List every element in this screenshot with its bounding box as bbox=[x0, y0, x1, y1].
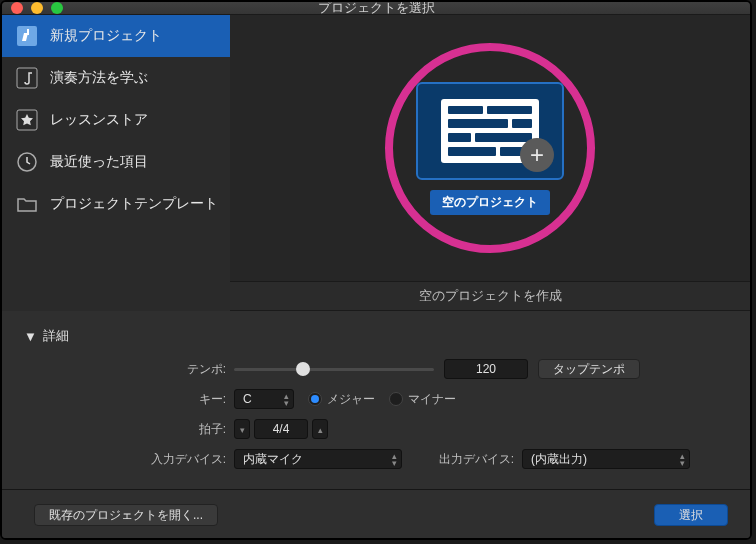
minimize-icon[interactable] bbox=[31, 2, 43, 14]
folder-icon bbox=[16, 193, 38, 215]
open-existing-button[interactable]: 既存のプロジェクトを開く... bbox=[34, 504, 218, 526]
details-panel: ▼ 詳細 テンポ: 120 タップテンポ キー: C▴▾ メジャー マイナー bbox=[2, 311, 750, 489]
traffic-lights bbox=[11, 2, 63, 14]
triangle-down-icon: ▼ bbox=[24, 329, 37, 344]
star-icon bbox=[16, 109, 38, 131]
tempo-slider[interactable] bbox=[234, 361, 434, 377]
sidebar-item-label: 新規プロジェクト bbox=[50, 27, 162, 45]
titlebar: プロジェクトを選択 bbox=[2, 2, 750, 15]
output-device-select[interactable]: (内蔵出力)▴▾ bbox=[522, 449, 690, 469]
row-key: キー: C▴▾ メジャー マイナー bbox=[24, 389, 728, 409]
clock-icon bbox=[16, 151, 38, 173]
upper-pane: 新規プロジェクト 演奏方法を学ぶ レッスンストア bbox=[2, 15, 750, 311]
guitar-icon bbox=[16, 25, 38, 47]
sidebar-item-label: プロジェクトテンプレート bbox=[50, 195, 218, 213]
footer: 既存のプロジェクトを開く... 選択 bbox=[2, 489, 750, 539]
main-pane: + 空のプロジェクト 空のプロジェクトを作成 bbox=[230, 15, 750, 311]
template-label: 空のプロジェクト bbox=[430, 190, 550, 215]
stepper-icon: ▴▾ bbox=[680, 453, 685, 467]
template-canvas: + 空のプロジェクト bbox=[230, 15, 750, 281]
empty-project-template[interactable]: + bbox=[416, 82, 564, 180]
plus-icon: + bbox=[520, 138, 554, 172]
sidebar-item-label: 演奏方法を学ぶ bbox=[50, 69, 148, 87]
timesig-label: 拍子: bbox=[24, 421, 234, 438]
tempo-value[interactable]: 120 bbox=[444, 359, 528, 379]
major-radio[interactable] bbox=[308, 392, 322, 406]
timesig-up[interactable]: ▴ bbox=[312, 419, 328, 439]
sidebar-item-new-project[interactable]: 新規プロジェクト bbox=[2, 15, 230, 57]
sidebar-item-label: 最近使った項目 bbox=[50, 153, 148, 171]
row-devices: 入力デバイス: 内蔵マイク▴▾ 出力デバイス: (内蔵出力)▴▾ bbox=[24, 449, 728, 469]
timesig-down[interactable]: ▾ bbox=[234, 419, 250, 439]
timesig-value[interactable]: 4/4 bbox=[254, 419, 308, 439]
chevron-down-icon: ▾ bbox=[240, 425, 245, 435]
svg-rect-1 bbox=[27, 29, 29, 35]
sidebar: 新規プロジェクト 演奏方法を学ぶ レッスンストア bbox=[2, 15, 230, 311]
sidebar-item-learn[interactable]: 演奏方法を学ぶ bbox=[2, 57, 230, 99]
template-description: 空のプロジェクトを作成 bbox=[230, 281, 750, 311]
minor-label: マイナー bbox=[408, 391, 456, 408]
details-disclosure[interactable]: ▼ 詳細 bbox=[24, 327, 728, 345]
dialog-window: プロジェクトを選択 新規プロジェクト 演奏方法を学ぶ bbox=[0, 0, 752, 540]
sidebar-item-templates[interactable]: プロジェクトテンプレート bbox=[2, 183, 230, 225]
highlight-ring: + 空のプロジェクト bbox=[385, 43, 595, 253]
tap-tempo-button[interactable]: タップテンポ bbox=[538, 359, 640, 379]
stepper-icon: ▴▾ bbox=[284, 393, 289, 407]
output-device-label: 出力デバイス: bbox=[402, 451, 522, 468]
row-timesig: 拍子: ▾ 4/4 ▴ bbox=[24, 419, 728, 439]
major-label: メジャー bbox=[327, 391, 375, 408]
zoom-icon[interactable] bbox=[51, 2, 63, 14]
tempo-label: テンポ: bbox=[24, 361, 234, 378]
sidebar-item-lesson-store[interactable]: レッスンストア bbox=[2, 99, 230, 141]
note-icon bbox=[16, 67, 38, 89]
choose-button[interactable]: 選択 bbox=[654, 504, 728, 526]
sidebar-item-recent[interactable]: 最近使った項目 bbox=[2, 141, 230, 183]
row-tempo: テンポ: 120 タップテンポ bbox=[24, 359, 728, 379]
key-select[interactable]: C▴▾ bbox=[234, 389, 294, 409]
details-header-label: 詳細 bbox=[43, 327, 69, 345]
minor-radio[interactable] bbox=[389, 392, 403, 406]
key-label: キー: bbox=[24, 391, 234, 408]
input-device-label: 入力デバイス: bbox=[24, 451, 234, 468]
stepper-icon: ▴▾ bbox=[392, 453, 397, 467]
sidebar-item-label: レッスンストア bbox=[50, 111, 148, 129]
svg-rect-2 bbox=[17, 68, 37, 88]
dialog-body: 新規プロジェクト 演奏方法を学ぶ レッスンストア bbox=[2, 15, 750, 539]
chevron-up-icon: ▴ bbox=[318, 425, 323, 435]
close-icon[interactable] bbox=[11, 2, 23, 14]
input-device-select[interactable]: 内蔵マイク▴▾ bbox=[234, 449, 402, 469]
